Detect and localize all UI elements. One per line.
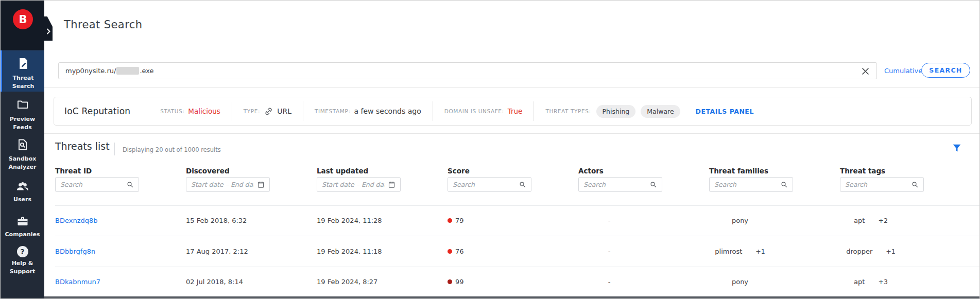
search-input[interactable]: [714, 181, 777, 188]
chevron-right-icon: [46, 28, 50, 34]
threat-types-field: THREAT TYPES: Phishing Malware: [545, 105, 680, 118]
search-icon: [649, 181, 657, 188]
divider: [44, 87, 979, 88]
last-updated-cell: 19 Feb 2024, 11:18: [317, 248, 448, 255]
search-input[interactable]: [583, 181, 646, 188]
threat-tag-cell: apt+2: [840, 217, 902, 224]
file-edit-icon: [17, 57, 30, 72]
search-icon: [780, 181, 788, 188]
funnel-icon[interactable]: [951, 143, 962, 154]
sidebar-item-label: Sandbox Analyzer: [1, 155, 44, 171]
status-field: STATUS: Malicious: [160, 107, 220, 115]
last-updated-cell: 19 Feb 2024, 11:28: [317, 217, 448, 224]
threat-family-cell: pony: [709, 217, 771, 224]
score-cell: 76: [448, 248, 578, 255]
threat-id-link[interactable]: BDexnzdq8b: [55, 217, 186, 224]
window-bottom-edge: [1, 296, 979, 298]
divider: [44, 133, 979, 134]
threat-tag-cell: dropper+1: [840, 248, 902, 255]
column-header[interactable]: Score: [448, 167, 578, 175]
help-icon: ?: [17, 246, 28, 257]
timestamp-label: TIMESTAMP:: [315, 108, 351, 114]
threat-search-input[interactable]: myp0nysite.ru/.exe: [58, 62, 877, 79]
sidebar-item-preview-feeds[interactable]: Preview Feeds: [1, 98, 44, 132]
app-window: Threat Search myp0nysite.ru/.exe Cumulat…: [0, 0, 980, 299]
sidebar-item-users[interactable]: Users: [1, 181, 44, 207]
search-input[interactable]: [453, 181, 515, 188]
search-icon: [126, 181, 134, 188]
divider: [433, 101, 433, 121]
threat-type-chip[interactable]: Malware: [641, 105, 680, 118]
threats-list-title: Threats list: [55, 140, 110, 152]
status-label: STATUS:: [160, 108, 184, 114]
results-summary: Displaying 20 out of 1000 results: [123, 146, 221, 153]
actors-cell: -: [578, 248, 640, 255]
column-header[interactable]: Threat ID: [55, 167, 186, 175]
score-filter[interactable]: [448, 177, 531, 192]
search-value-suffix: .exe: [140, 67, 153, 75]
threat-id-link[interactable]: BDbbrgfg8n: [55, 248, 186, 255]
threat-id-link[interactable]: BDkabnmun7: [55, 278, 186, 286]
file-search-icon: [16, 138, 29, 153]
calendar-icon: [257, 181, 265, 188]
threat-family-cell: plimrost+1: [709, 248, 771, 255]
type-value: URL: [277, 107, 291, 115]
tag-extra-count[interactable]: +3: [878, 278, 887, 286]
column-header[interactable]: Last updated: [317, 167, 448, 175]
date-range-input[interactable]: [322, 181, 385, 188]
domain-unsafe-value: True: [508, 107, 523, 115]
column-header[interactable]: Actors: [578, 167, 709, 175]
threat-families-filter[interactable]: [709, 177, 793, 192]
sidebar: B Threat Search Preview Feeds Sandbox An…: [1, 1, 44, 298]
divider: [303, 101, 303, 121]
discovered-filter[interactable]: [186, 177, 270, 192]
table-row[interactable]: BDbbrgfg8n 17 Aug 2017, 2:12 19 Feb 2024…: [44, 236, 979, 267]
column-header[interactable]: Threat families: [709, 167, 840, 175]
clear-search-icon[interactable]: [861, 67, 870, 76]
threat-id-filter[interactable]: [55, 177, 139, 192]
date-range-input[interactable]: [191, 181, 254, 188]
sidebar-item-companies[interactable]: Companies: [1, 216, 44, 242]
table-row[interactable]: BDexnzdq8b 15 Feb 2018, 6:32 19 Feb 2024…: [44, 205, 979, 236]
score-value: 99: [455, 278, 464, 286]
tag-extra-count[interactable]: +2: [878, 217, 887, 224]
domain-unsafe-field: DOMAIN IS UNSAFE: True: [444, 107, 523, 115]
search-button[interactable]: SEARCH: [921, 63, 970, 78]
last-updated-filter[interactable]: [317, 177, 401, 192]
domain-unsafe-label: DOMAIN IS UNSAFE:: [444, 108, 504, 114]
column-header[interactable]: Threat tags: [840, 167, 971, 175]
sidebar-item-threat-search[interactable]: Threat Search: [1, 50, 44, 92]
main-content: Threat Search myp0nysite.ru/.exe Cumulat…: [44, 1, 979, 298]
bitdefender-logo[interactable]: B: [13, 9, 33, 29]
cumulative-link[interactable]: Cumulative: [884, 67, 922, 75]
status-value: Malicious: [188, 107, 220, 115]
details-panel-link[interactable]: DETAILS PANEL: [696, 108, 754, 115]
table-filter-row: [44, 177, 979, 192]
search-input[interactable]: [60, 181, 123, 188]
discovered-cell: 15 Feb 2018, 6:32: [186, 217, 317, 224]
type-label: TYPE:: [244, 108, 260, 114]
tag-extra-count[interactable]: +1: [886, 248, 895, 255]
table-row[interactable]: BDkabnmun7 02 Jul 2018, 8:14 19 Feb 2024…: [44, 267, 979, 297]
users-icon: [16, 181, 29, 194]
sidebar-item-help-support[interactable]: ? Help & Support: [1, 246, 44, 278]
threat-tags-filter[interactable]: [840, 177, 924, 192]
sidebar-item-label: Threat Search: [2, 74, 44, 91]
score-cell: 79: [448, 217, 578, 224]
column-header[interactable]: Discovered: [186, 167, 317, 175]
sidebar-item-label: Help & Support: [1, 259, 44, 276]
timestamp-field: TIMESTAMP: a few seconds ago: [315, 107, 421, 115]
briefcase-icon: [16, 216, 29, 229]
threat-family-cell: pony: [709, 278, 771, 286]
actors-filter[interactable]: [578, 177, 662, 192]
search-input[interactable]: [845, 181, 908, 188]
ioc-card-title: IoC Reputation: [64, 106, 130, 116]
sidebar-item-sandbox-analyzer[interactable]: Sandbox Analyzer: [1, 138, 44, 174]
table-header-row: Threat ID Discovered Last updated Score …: [44, 167, 979, 175]
divider: [534, 101, 534, 121]
family-extra-count[interactable]: +1: [755, 248, 765, 255]
score-dot-icon: [448, 249, 452, 254]
redacted-text-block: [116, 67, 139, 75]
threat-type-chip[interactable]: Phishing: [596, 105, 636, 118]
folder-icon: [16, 98, 29, 113]
